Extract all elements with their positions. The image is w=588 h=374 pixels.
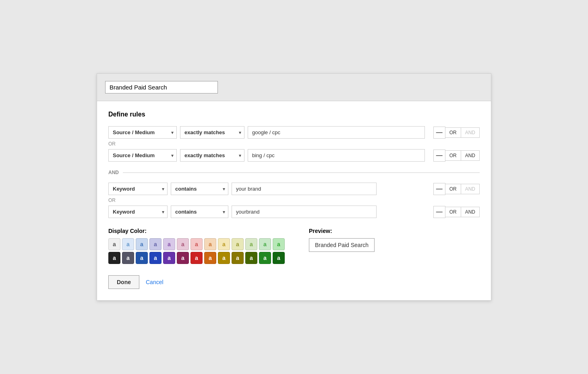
- value-input-2[interactable]: [248, 149, 425, 162]
- condition-dropdown-wrapper-3: contains exactly matches starts with: [171, 183, 228, 195]
- rule-row-4: Keyword Source / Medium Campaign contain…: [108, 206, 480, 218]
- swatch-light-3[interactable]: a: [149, 238, 161, 250]
- display-color-label: Display Color:: [108, 228, 285, 234]
- swatch-dark-11[interactable]: a: [259, 252, 271, 264]
- display-color-section: Display Color: aaaaaaaaaaaaa aaaaaaaaaaa…: [108, 228, 480, 264]
- rule-row-1: Source / Medium Keyword Campaign exactly…: [108, 126, 480, 139]
- condition-dropdown-wrapper-4: contains exactly matches starts with: [171, 206, 228, 218]
- swatch-light-9[interactable]: a: [232, 238, 244, 250]
- swatch-light-11[interactable]: a: [259, 238, 271, 250]
- dialog: Define rules Source / Medium Keyword Cam…: [97, 73, 491, 301]
- condition-dropdown-wrapper-2: exactly matches contains starts with: [180, 149, 244, 162]
- or-rule-3-button[interactable]: OR: [445, 184, 461, 194]
- field-dropdown-1[interactable]: Source / Medium Keyword Campaign: [108, 126, 177, 139]
- swatch-dark-4[interactable]: a: [163, 252, 175, 264]
- action-buttons-4: — OR AND: [433, 206, 480, 218]
- swatch-dark-6[interactable]: a: [190, 252, 203, 264]
- rule-row-3: Keyword Source / Medium Campaign contain…: [108, 183, 480, 195]
- swatch-light-5[interactable]: a: [177, 238, 189, 250]
- swatch-light-0[interactable]: a: [108, 238, 120, 250]
- remove-rule-2-button[interactable]: —: [433, 150, 445, 162]
- condition-dropdown-1[interactable]: exactly matches contains starts with: [180, 126, 244, 139]
- condition-dropdown-2[interactable]: exactly matches contains starts with: [180, 149, 244, 162]
- dialog-header: [97, 74, 491, 101]
- preview-box: Branded Paid Search: [309, 238, 375, 252]
- value-input-4[interactable]: [232, 206, 377, 218]
- define-rules-title: Define rules: [108, 111, 480, 118]
- swatch-light-2[interactable]: a: [136, 238, 148, 250]
- field-dropdown-wrapper-1: Source / Medium Keyword Campaign: [108, 126, 177, 139]
- or-separator-1: OR: [108, 141, 480, 147]
- swatch-dark-7[interactable]: a: [204, 252, 216, 264]
- rule-group-2: Keyword Source / Medium Campaign contain…: [108, 183, 480, 218]
- swatch-light-6[interactable]: a: [190, 238, 203, 250]
- remove-rule-1-button[interactable]: —: [433, 127, 445, 139]
- segment-name-input[interactable]: [105, 81, 218, 94]
- and-rule-3-button: AND: [461, 184, 480, 194]
- or-rule-4-button[interactable]: OR: [445, 207, 461, 217]
- remove-rule-3-button[interactable]: —: [433, 183, 445, 195]
- swatch-row-light: aaaaaaaaaaaaa: [108, 238, 285, 250]
- preview-label: Preview:: [309, 228, 375, 234]
- or-rule-2-button[interactable]: OR: [445, 150, 461, 161]
- and-rule-4-button[interactable]: AND: [461, 207, 480, 217]
- value-input-1[interactable]: [248, 126, 425, 139]
- field-dropdown-wrapper-4: Keyword Source / Medium Campaign: [108, 206, 168, 218]
- and-separator: AND: [108, 170, 480, 175]
- rule-group-1: Source / Medium Keyword Campaign exactly…: [108, 126, 480, 162]
- color-picker-area: Display Color: aaaaaaaaaaaaa aaaaaaaaaaa…: [108, 228, 285, 264]
- swatch-light-4[interactable]: a: [163, 238, 175, 250]
- swatch-light-10[interactable]: a: [245, 238, 257, 250]
- rule-row-2: Source / Medium Keyword Campaign exactly…: [108, 149, 480, 162]
- value-input-3[interactable]: [232, 183, 377, 195]
- condition-dropdown-wrapper-1: exactly matches contains starts with: [180, 126, 244, 139]
- condition-dropdown-3[interactable]: contains exactly matches starts with: [171, 183, 228, 195]
- swatch-dark-12[interactable]: a: [273, 252, 285, 264]
- cancel-button[interactable]: Cancel: [146, 279, 164, 285]
- action-buttons-1: — OR AND: [433, 127, 480, 139]
- swatch-light-1[interactable]: a: [122, 238, 134, 250]
- swatch-dark-0[interactable]: a: [108, 252, 120, 264]
- swatch-dark-2[interactable]: a: [136, 252, 148, 264]
- and-rule-2-button[interactable]: AND: [461, 150, 480, 161]
- color-swatches: aaaaaaaaaaaaa aaaaaaaaaaaaa: [108, 238, 285, 264]
- remove-rule-4-button[interactable]: —: [433, 206, 445, 218]
- action-buttons-3: — OR AND: [433, 183, 480, 195]
- swatch-dark-5[interactable]: a: [177, 252, 189, 264]
- and-rule-1-button: AND: [461, 127, 480, 138]
- or-rule-1-button[interactable]: OR: [445, 127, 461, 138]
- swatch-dark-9[interactable]: a: [232, 252, 244, 264]
- field-dropdown-2[interactable]: Source / Medium Keyword Campaign: [108, 149, 177, 162]
- bottom-actions: Done Cancel: [108, 275, 480, 289]
- swatch-light-7[interactable]: a: [204, 238, 216, 250]
- action-buttons-2: — OR AND: [433, 150, 480, 162]
- swatch-row-dark: aaaaaaaaaaaaa: [108, 252, 285, 264]
- swatch-light-8[interactable]: a: [218, 238, 230, 250]
- field-dropdown-4[interactable]: Keyword Source / Medium Campaign: [108, 206, 168, 218]
- preview-section: Preview: Branded Paid Search: [309, 228, 375, 264]
- condition-dropdown-4[interactable]: contains exactly matches starts with: [171, 206, 228, 218]
- swatch-dark-10[interactable]: a: [245, 252, 257, 264]
- field-dropdown-wrapper-3: Keyword Source / Medium Campaign: [108, 183, 168, 195]
- swatch-dark-8[interactable]: a: [218, 252, 230, 264]
- done-button[interactable]: Done: [108, 275, 139, 289]
- field-dropdown-wrapper-2: Source / Medium Keyword Campaign: [108, 149, 177, 162]
- swatch-light-12[interactable]: a: [273, 238, 285, 250]
- swatch-dark-3[interactable]: a: [149, 252, 161, 264]
- field-dropdown-3[interactable]: Keyword Source / Medium Campaign: [108, 183, 168, 195]
- swatch-dark-1[interactable]: a: [122, 252, 134, 264]
- dialog-body: Define rules Source / Medium Keyword Cam…: [97, 101, 491, 300]
- or-separator-2: OR: [108, 197, 480, 203]
